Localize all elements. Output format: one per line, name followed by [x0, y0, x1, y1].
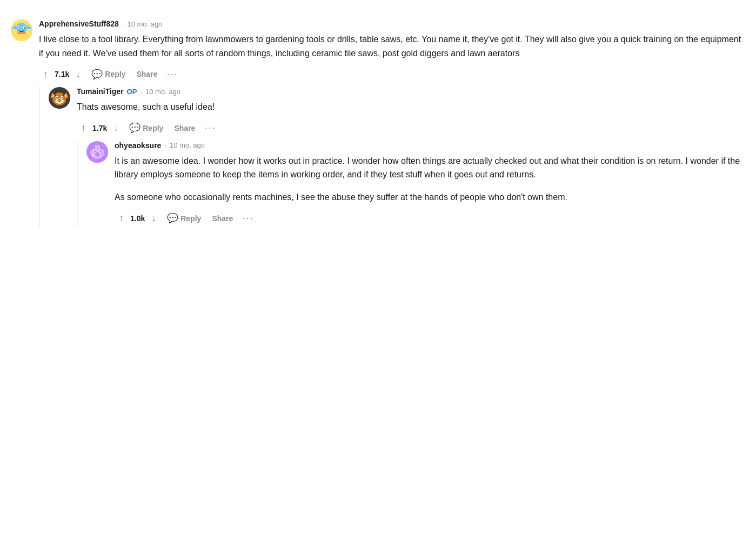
more-button-1[interactable]: ··· [164, 65, 181, 83]
comment-1-time: 10 mo. ago [127, 20, 162, 28]
comment-3-text-p1: It is an awesome idea. I wonder how it w… [115, 154, 745, 182]
reply-label-1: Reply [105, 70, 125, 78]
upvote-button-1[interactable]: ↑ [39, 67, 52, 82]
comment-3-text-p2: As someone who occasionally rents machin… [115, 190, 745, 204]
comment-1-body: ApprehensiveStuff828 · 10 mo. ago I live… [39, 19, 745, 83]
upvote-button-2[interactable]: ↑ [77, 120, 90, 136]
comment-1-meta: ApprehensiveStuff828 · 10 mo. ago [39, 19, 745, 28]
comment-3-meta: ohyeaoksure · 10 mo. ago [115, 141, 745, 150]
svg-point-25 [100, 144, 105, 150]
reply-button-2[interactable]: 💬 Reply [125, 120, 168, 136]
comment-2: TumainiTiger OP · 10 mo. ago Thats aweso… [49, 87, 745, 137]
upvote-icon-3: ↑ [119, 212, 124, 224]
comment-3-actions: ↑ 1.0k ↓ 💬 Reply Share [115, 210, 745, 227]
more-button-3[interactable]: ··· [239, 210, 257, 227]
nested-reply-2: ohyeaoksure · 10 mo. ago It is an awesom… [77, 141, 745, 227]
avatar-apprehensive [11, 19, 32, 41]
comment-thread: ApprehensiveStuff828 · 10 mo. ago I live… [11, 11, 745, 240]
share-label-3: Share [212, 214, 233, 223]
comment-3-username: ohyeaoksure [115, 141, 161, 150]
upvote-count-3: 1.0k [130, 214, 145, 223]
comment-1-text: I live close to a tool library. Everythi… [39, 32, 745, 60]
comment-1-username: ApprehensiveStuff828 [39, 19, 119, 28]
svg-point-7 [24, 27, 25, 28]
downvote-button-1[interactable]: ↓ [71, 67, 85, 82]
reply-icon-1: 💬 [91, 69, 103, 80]
svg-point-30 [97, 152, 98, 154]
comment-1-actions: ↑ 7.1k ↓ 💬 Reply Share ··· [39, 65, 745, 83]
svg-point-6 [18, 27, 19, 28]
svg-point-31 [92, 154, 94, 156]
comment-1: ApprehensiveStuff828 · 10 mo. ago I live… [11, 19, 745, 83]
svg-rect-9 [17, 32, 26, 34]
nested-reply-1: TumainiTiger OP · 10 mo. ago Thats aweso… [39, 87, 745, 227]
share-label-1: Share [136, 70, 157, 78]
reply-label-2: Reply [143, 124, 163, 132]
reply-button-3[interactable]: 💬 Reply [163, 210, 205, 226]
downvote-button-2[interactable]: ↓ [109, 120, 123, 136]
upvote-count-2: 1.7k [92, 124, 107, 132]
comment-2-meta: TumainiTiger OP · 10 mo. ago [77, 87, 745, 96]
svg-point-19 [56, 97, 57, 98]
comment-2-text: Thats awesome, such a useful idea! [77, 100, 745, 114]
upvote-icon-2: ↑ [81, 122, 86, 134]
share-button-3[interactable]: Share [208, 212, 237, 225]
comment-3: ohyeaoksure · 10 mo. ago It is an awesom… [86, 141, 745, 227]
comment-2-time: 10 mo. ago [145, 88, 180, 96]
reply-icon-2: 💬 [129, 122, 141, 134]
svg-point-24 [89, 144, 95, 150]
svg-point-21 [58, 99, 61, 101]
reply-icon-3: 💬 [167, 212, 178, 224]
avatar-tumainitiger [49, 87, 70, 109]
share-button-1[interactable]: Share [132, 68, 162, 81]
reply-button-1[interactable]: 💬 Reply [87, 67, 130, 82]
comment-2-body: TumainiTiger OP · 10 mo. ago Thats aweso… [77, 87, 745, 137]
comment-3-time: 10 mo. ago [170, 141, 205, 149]
upvote-icon-1: ↑ [43, 69, 48, 80]
more-icon-1: ··· [167, 69, 178, 80]
downvote-icon-3: ↓ [151, 212, 156, 224]
comment-3-body: ohyeaoksure · 10 mo. ago It is an awesom… [115, 141, 745, 227]
svg-point-20 [62, 97, 63, 98]
share-button-2[interactable]: Share [170, 122, 199, 135]
downvote-button-3[interactable]: ↓ [147, 210, 160, 226]
more-button-2[interactable]: ··· [202, 119, 219, 137]
reply-label-3: Reply [180, 214, 201, 223]
downvote-icon-2: ↓ [113, 122, 118, 134]
downvote-icon-1: ↓ [76, 69, 81, 80]
comment-2-username: TumainiTiger [77, 87, 124, 96]
share-label-2: Share [174, 124, 195, 132]
more-icon-2: ··· [205, 122, 216, 134]
svg-point-29 [99, 150, 101, 151]
avatar-ohyea [86, 141, 108, 163]
op-badge-2: OP [127, 88, 137, 96]
upvote-button-3[interactable]: ↑ [115, 210, 128, 226]
svg-point-28 [94, 150, 95, 151]
upvote-count-1: 7.1k [55, 70, 69, 78]
comment-2-actions: ↑ 1.7k ↓ 💬 Reply Share ··· [77, 119, 745, 137]
more-icon-3: ··· [243, 212, 254, 224]
